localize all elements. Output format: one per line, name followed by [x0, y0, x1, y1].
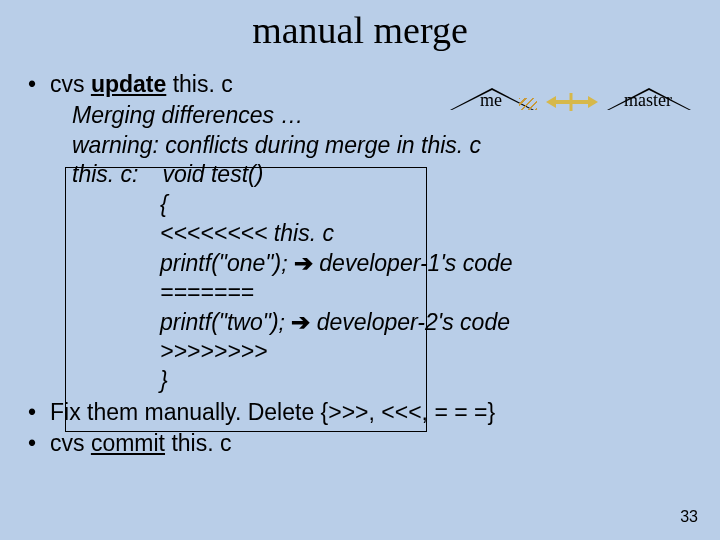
b1-update-word: update — [91, 71, 166, 97]
b3-prefix: cvs — [50, 430, 91, 456]
output-line-4: { — [28, 190, 720, 219]
output-line-5: <<<<<<<< this. c — [28, 219, 720, 248]
b3-commit-word: commit — [91, 430, 165, 456]
output-line-7: ======= — [28, 278, 720, 307]
bullet-2: • Fix them manually. Delete {>>>, <<<, =… — [28, 398, 720, 427]
output-line-9: >>>>>>>> — [28, 337, 720, 366]
b1-suffix: this. c — [166, 71, 232, 97]
b3-suffix: this. c — [165, 430, 231, 456]
collision-arrow-icon — [544, 92, 600, 112]
l3-code: void test() — [162, 161, 263, 187]
bullet-dot: • — [28, 70, 50, 99]
bullet-2-text: Fix them manually. Delete {>>>, <<<, = =… — [50, 398, 495, 427]
svg-marker-1 — [546, 96, 556, 108]
b1-cmd-prefix: cvs — [50, 71, 91, 97]
bullet-3: • cvs commit this. c — [28, 429, 720, 458]
label-master: master — [624, 90, 672, 111]
bullet-1-text: cvs update this. c — [50, 70, 233, 99]
l6-comment: developer-1's code — [313, 250, 513, 276]
output-line-3: this. c: void test() — [28, 160, 720, 189]
right-arrow-icon: ➔ — [291, 309, 310, 335]
output-line-8: printf("two"); ➔ developer-2's code — [28, 308, 720, 337]
output-line-2: warning: conflicts during merge in this.… — [28, 131, 720, 160]
l3-filename: this. c: — [72, 160, 156, 189]
slide-title: manual merge — [0, 0, 720, 70]
bullet-dot: • — [28, 398, 50, 427]
right-arrow-icon: ➔ — [294, 250, 313, 276]
label-me: me — [480, 90, 502, 111]
hatch-conflict-icon — [519, 98, 537, 110]
output-line-6: printf("one"); ➔ developer-1's code — [28, 249, 720, 278]
l8-code: printf("two"); — [160, 309, 291, 335]
page-number: 33 — [680, 508, 698, 526]
l6-code: printf("one"); — [160, 250, 294, 276]
svg-marker-2 — [588, 96, 598, 108]
bullet-dot: • — [28, 429, 50, 458]
bullet-3-text: cvs commit this. c — [50, 429, 231, 458]
merge-diagram: me master — [450, 80, 700, 130]
l8-comment: developer-2's code — [310, 309, 510, 335]
output-line-10: } — [28, 366, 720, 395]
